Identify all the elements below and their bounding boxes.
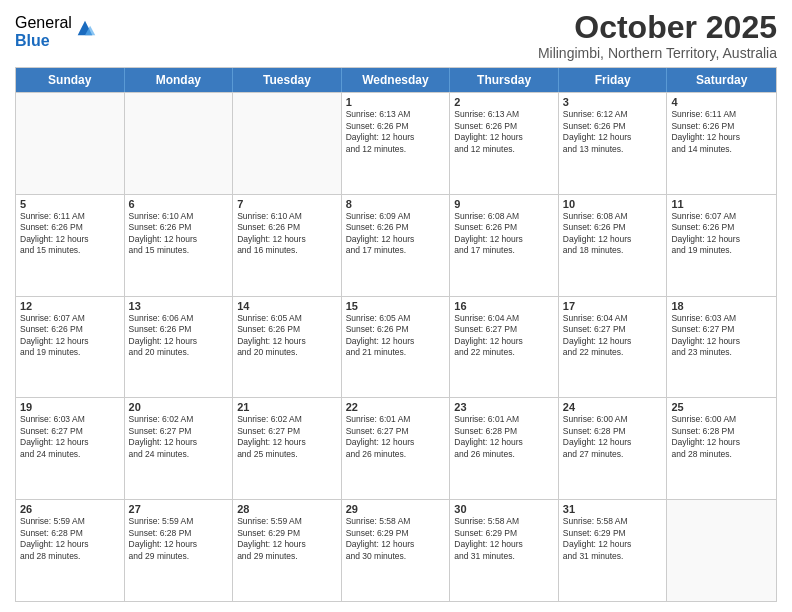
day-number: 3 xyxy=(563,96,663,108)
day-number: 10 xyxy=(563,198,663,210)
cal-cell: 14Sunrise: 6:05 AM Sunset: 6:26 PM Dayli… xyxy=(233,297,342,398)
cal-cell: 5Sunrise: 6:11 AM Sunset: 6:26 PM Daylig… xyxy=(16,195,125,296)
cal-cell xyxy=(233,93,342,194)
day-number: 21 xyxy=(237,401,337,413)
cal-cell: 7Sunrise: 6:10 AM Sunset: 6:26 PM Daylig… xyxy=(233,195,342,296)
day-info: Sunrise: 5:59 AM Sunset: 6:29 PM Dayligh… xyxy=(237,516,337,562)
header-day-monday: Monday xyxy=(125,68,234,92)
day-info: Sunrise: 6:08 AM Sunset: 6:26 PM Dayligh… xyxy=(454,211,554,257)
day-number: 6 xyxy=(129,198,229,210)
day-number: 18 xyxy=(671,300,772,312)
cal-cell: 22Sunrise: 6:01 AM Sunset: 6:27 PM Dayli… xyxy=(342,398,451,499)
day-info: Sunrise: 6:05 AM Sunset: 6:26 PM Dayligh… xyxy=(237,313,337,359)
day-info: Sunrise: 6:11 AM Sunset: 6:26 PM Dayligh… xyxy=(20,211,120,257)
logo-general: General xyxy=(15,14,72,32)
day-number: 5 xyxy=(20,198,120,210)
title-block: October 2025 Milingimbi, Northern Territ… xyxy=(538,10,777,61)
cal-cell xyxy=(125,93,234,194)
day-info: Sunrise: 6:01 AM Sunset: 6:28 PM Dayligh… xyxy=(454,414,554,460)
day-number: 29 xyxy=(346,503,446,515)
cal-cell: 18Sunrise: 6:03 AM Sunset: 6:27 PM Dayli… xyxy=(667,297,776,398)
header-day-friday: Friday xyxy=(559,68,668,92)
cal-cell: 27Sunrise: 5:59 AM Sunset: 6:28 PM Dayli… xyxy=(125,500,234,601)
cal-week-2: 5Sunrise: 6:11 AM Sunset: 6:26 PM Daylig… xyxy=(16,194,776,296)
subtitle: Milingimbi, Northern Territory, Australi… xyxy=(538,45,777,61)
cal-cell: 25Sunrise: 6:00 AM Sunset: 6:28 PM Dayli… xyxy=(667,398,776,499)
header-day-sunday: Sunday xyxy=(16,68,125,92)
cal-cell: 4Sunrise: 6:11 AM Sunset: 6:26 PM Daylig… xyxy=(667,93,776,194)
day-info: Sunrise: 6:05 AM Sunset: 6:26 PM Dayligh… xyxy=(346,313,446,359)
day-info: Sunrise: 6:03 AM Sunset: 6:27 PM Dayligh… xyxy=(20,414,120,460)
cal-cell: 30Sunrise: 5:58 AM Sunset: 6:29 PM Dayli… xyxy=(450,500,559,601)
day-info: Sunrise: 6:00 AM Sunset: 6:28 PM Dayligh… xyxy=(671,414,772,460)
cal-cell: 20Sunrise: 6:02 AM Sunset: 6:27 PM Dayli… xyxy=(125,398,234,499)
cal-cell: 21Sunrise: 6:02 AM Sunset: 6:27 PM Dayli… xyxy=(233,398,342,499)
cal-week-5: 26Sunrise: 5:59 AM Sunset: 6:28 PM Dayli… xyxy=(16,499,776,601)
day-number: 13 xyxy=(129,300,229,312)
day-info: Sunrise: 6:10 AM Sunset: 6:26 PM Dayligh… xyxy=(129,211,229,257)
day-info: Sunrise: 6:01 AM Sunset: 6:27 PM Dayligh… xyxy=(346,414,446,460)
cal-cell: 9Sunrise: 6:08 AM Sunset: 6:26 PM Daylig… xyxy=(450,195,559,296)
day-info: Sunrise: 6:00 AM Sunset: 6:28 PM Dayligh… xyxy=(563,414,663,460)
day-info: Sunrise: 6:13 AM Sunset: 6:26 PM Dayligh… xyxy=(346,109,446,155)
day-number: 8 xyxy=(346,198,446,210)
day-info: Sunrise: 6:10 AM Sunset: 6:26 PM Dayligh… xyxy=(237,211,337,257)
day-info: Sunrise: 6:13 AM Sunset: 6:26 PM Dayligh… xyxy=(454,109,554,155)
day-info: Sunrise: 6:04 AM Sunset: 6:27 PM Dayligh… xyxy=(454,313,554,359)
day-info: Sunrise: 6:03 AM Sunset: 6:27 PM Dayligh… xyxy=(671,313,772,359)
cal-cell: 15Sunrise: 6:05 AM Sunset: 6:26 PM Dayli… xyxy=(342,297,451,398)
cal-cell xyxy=(667,500,776,601)
cal-week-4: 19Sunrise: 6:03 AM Sunset: 6:27 PM Dayli… xyxy=(16,397,776,499)
day-number: 27 xyxy=(129,503,229,515)
day-info: Sunrise: 6:07 AM Sunset: 6:26 PM Dayligh… xyxy=(20,313,120,359)
calendar-header-row: SundayMondayTuesdayWednesdayThursdayFrid… xyxy=(16,68,776,92)
cal-cell: 12Sunrise: 6:07 AM Sunset: 6:26 PM Dayli… xyxy=(16,297,125,398)
day-number: 28 xyxy=(237,503,337,515)
day-number: 12 xyxy=(20,300,120,312)
cal-cell: 8Sunrise: 6:09 AM Sunset: 6:26 PM Daylig… xyxy=(342,195,451,296)
day-info: Sunrise: 6:02 AM Sunset: 6:27 PM Dayligh… xyxy=(237,414,337,460)
cal-cell: 16Sunrise: 6:04 AM Sunset: 6:27 PM Dayli… xyxy=(450,297,559,398)
cal-cell: 3Sunrise: 6:12 AM Sunset: 6:26 PM Daylig… xyxy=(559,93,668,194)
header-day-saturday: Saturday xyxy=(667,68,776,92)
day-number: 2 xyxy=(454,96,554,108)
day-info: Sunrise: 6:11 AM Sunset: 6:26 PM Dayligh… xyxy=(671,109,772,155)
cal-cell: 11Sunrise: 6:07 AM Sunset: 6:26 PM Dayli… xyxy=(667,195,776,296)
day-number: 4 xyxy=(671,96,772,108)
day-number: 22 xyxy=(346,401,446,413)
cal-week-3: 12Sunrise: 6:07 AM Sunset: 6:26 PM Dayli… xyxy=(16,296,776,398)
day-info: Sunrise: 6:08 AM Sunset: 6:26 PM Dayligh… xyxy=(563,211,663,257)
day-info: Sunrise: 6:06 AM Sunset: 6:26 PM Dayligh… xyxy=(129,313,229,359)
cal-cell: 6Sunrise: 6:10 AM Sunset: 6:26 PM Daylig… xyxy=(125,195,234,296)
month-title: October 2025 xyxy=(538,10,777,45)
cal-cell: 1Sunrise: 6:13 AM Sunset: 6:26 PM Daylig… xyxy=(342,93,451,194)
page-header: General Blue October 2025 Milingimbi, No… xyxy=(15,10,777,61)
day-info: Sunrise: 6:09 AM Sunset: 6:26 PM Dayligh… xyxy=(346,211,446,257)
day-number: 7 xyxy=(237,198,337,210)
cal-week-1: 1Sunrise: 6:13 AM Sunset: 6:26 PM Daylig… xyxy=(16,92,776,194)
calendar: SundayMondayTuesdayWednesdayThursdayFrid… xyxy=(15,67,777,602)
day-info: Sunrise: 5:59 AM Sunset: 6:28 PM Dayligh… xyxy=(20,516,120,562)
day-number: 25 xyxy=(671,401,772,413)
day-info: Sunrise: 5:58 AM Sunset: 6:29 PM Dayligh… xyxy=(563,516,663,562)
day-info: Sunrise: 5:58 AM Sunset: 6:29 PM Dayligh… xyxy=(454,516,554,562)
day-number: 14 xyxy=(237,300,337,312)
day-number: 24 xyxy=(563,401,663,413)
day-number: 31 xyxy=(563,503,663,515)
day-number: 11 xyxy=(671,198,772,210)
cal-cell xyxy=(16,93,125,194)
cal-cell: 29Sunrise: 5:58 AM Sunset: 6:29 PM Dayli… xyxy=(342,500,451,601)
day-number: 1 xyxy=(346,96,446,108)
cal-cell: 28Sunrise: 5:59 AM Sunset: 6:29 PM Dayli… xyxy=(233,500,342,601)
logo-blue: Blue xyxy=(15,32,72,50)
day-number: 26 xyxy=(20,503,120,515)
day-number: 30 xyxy=(454,503,554,515)
day-number: 9 xyxy=(454,198,554,210)
header-day-tuesday: Tuesday xyxy=(233,68,342,92)
day-number: 15 xyxy=(346,300,446,312)
day-number: 20 xyxy=(129,401,229,413)
day-info: Sunrise: 6:02 AM Sunset: 6:27 PM Dayligh… xyxy=(129,414,229,460)
day-info: Sunrise: 5:59 AM Sunset: 6:28 PM Dayligh… xyxy=(129,516,229,562)
logo: General Blue xyxy=(15,14,96,49)
cal-cell: 26Sunrise: 5:59 AM Sunset: 6:28 PM Dayli… xyxy=(16,500,125,601)
